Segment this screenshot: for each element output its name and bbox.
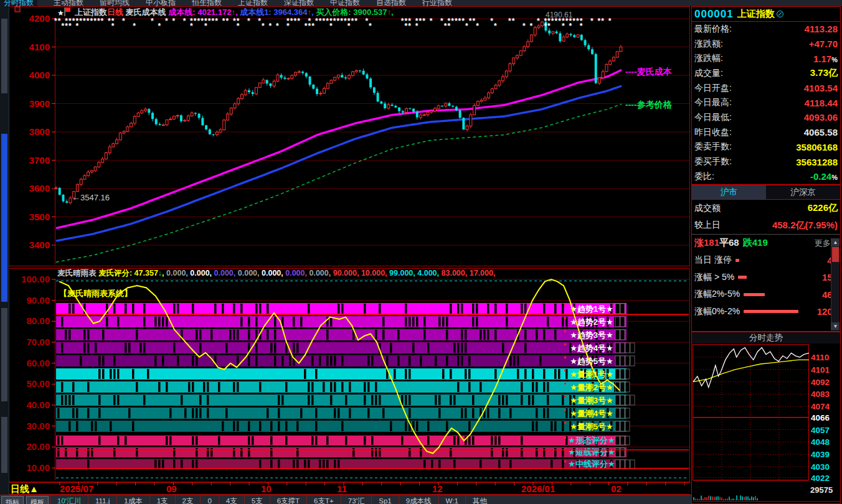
- quote-row: 涨跌幅: 1.17%: [692, 51, 840, 66]
- market-tab-1[interactable]: 沪深京: [766, 185, 840, 199]
- svg-text:*: *: [101, 17, 104, 26]
- svg-text:*: *: [286, 22, 290, 30]
- stock-code: 000001: [694, 8, 734, 21]
- top-tab-0[interactable]: 分时指数: [0, 0, 37, 6]
- svg-text:*: *: [61, 22, 64, 30]
- signal-band: [56, 394, 627, 406]
- svg-text:*: *: [326, 17, 329, 26]
- charts-canvas[interactable]: 420041004000390038003700360035003400****…: [0, 0, 691, 495]
- quote-row: 最新价格: 4113.28: [692, 22, 840, 37]
- bottom-item-1[interactable]: 111.j: [88, 495, 116, 504]
- svg-text:3800: 3800: [29, 126, 50, 137]
- svg-text:*: *: [83, 17, 86, 26]
- scroll-up-icon[interactable]: ▲: [831, 238, 840, 246]
- svg-text:3400: 3400: [29, 240, 50, 250]
- top-tab-8[interactable]: 自选指数: [376, 0, 406, 6]
- svg-text:*: *: [308, 22, 311, 30]
- left-tool-segment-active[interactable]: [1, 134, 7, 302]
- bottom-item-7[interactable]: 5支: [244, 495, 270, 504]
- top-tab-3[interactable]: 中小板指: [146, 0, 176, 6]
- bottom-item-4[interactable]: 2支: [175, 495, 201, 504]
- market-scrollbar[interactable]: ▲ ▼: [831, 238, 840, 330]
- svg-text:*: *: [333, 17, 336, 26]
- svg-text:*: *: [108, 17, 111, 26]
- left-tool-segment[interactable]: [1, 417, 7, 473]
- svg-text:*: *: [69, 22, 72, 30]
- bottom-item-13[interactable]: W:1: [438, 495, 465, 504]
- bottom-item-10[interactable]: 73'汇: [341, 495, 372, 504]
- svg-text:4101: 4101: [811, 365, 830, 375]
- top-tab-9[interactable]: 行业指数: [422, 0, 452, 6]
- quote-label: 最新价格:: [694, 24, 732, 35]
- svg-text:*: *: [290, 17, 293, 26]
- svg-text:4190.61: 4190.61: [546, 11, 573, 19]
- svg-text:★: ★: [57, 9, 64, 17]
- bottom-tab-1[interactable]: 模板: [26, 496, 49, 504]
- bottom-tab-0[interactable]: 指标: [1, 496, 24, 504]
- top-tab-5[interactable]: 上证指数: [238, 0, 268, 6]
- left-tool-segment[interactable]: [1, 308, 7, 401]
- svg-text:09: 09: [166, 483, 177, 494]
- left-vertical-toolbar[interactable]: [0, 6, 9, 495]
- svg-text:*: *: [323, 17, 326, 26]
- quote-label: 涨跌幅:: [694, 53, 723, 64]
- svg-text:【麦氏晴雨表系统】: 【麦氏晴雨表系统】: [59, 289, 132, 298]
- minute-volume-label: 29575: [810, 485, 833, 495]
- svg-text:*: *: [90, 17, 93, 26]
- scrollbar-thumb[interactable]: [832, 247, 839, 262]
- svg-text:★量潮2号★: ★量潮2号★: [570, 383, 613, 392]
- svg-text:*: *: [72, 17, 75, 26]
- minute-chart[interactable]: 4110410140924083407440664057404840394030…: [692, 343, 840, 503]
- left-tool-segment[interactable]: [1, 19, 7, 93]
- svg-text:*: *: [58, 17, 61, 26]
- bottom-item-8[interactable]: 6支撑T: [270, 495, 306, 504]
- svg-text:100.00: 100.00: [21, 274, 50, 284]
- info-icon[interactable]: [777, 11, 783, 17]
- quote-value: 4103.54: [804, 83, 838, 93]
- svg-text:*: *: [580, 22, 583, 30]
- top-tab-4[interactable]: 恒生指数: [192, 0, 222, 6]
- dist-row-1: 涨幅 > 5% 152: [692, 269, 840, 286]
- bottom-item-12[interactable]: 9成本线: [399, 495, 438, 504]
- svg-text:★趋势1号★: ★趋势1号★: [570, 304, 613, 314]
- svg-text:*: *: [208, 17, 211, 26]
- period-label[interactable]: 日线▲: [11, 483, 39, 495]
- bottom-item-2[interactable]: 1成本: [116, 495, 149, 504]
- bottom-item-9[interactable]: 6支T+: [306, 495, 341, 504]
- svg-text:*: *: [447, 22, 450, 30]
- svg-text:★趋势3号★: ★趋势3号★: [570, 330, 613, 340]
- svg-text:*: *: [197, 17, 201, 26]
- bottom-item-3[interactable]: 1支: [149, 495, 175, 504]
- bottom-item-0[interactable]: 10'汇川: [50, 495, 88, 504]
- svg-text:*: *: [572, 17, 575, 26]
- bottom-item-14[interactable]: 其他: [465, 495, 494, 504]
- svg-text:★形态评分★: ★形态评分★: [568, 436, 615, 445]
- quote-value: 35631288: [796, 157, 838, 167]
- quote-row: 今日开盘: 4103.54: [692, 81, 840, 96]
- quote-label: 今日开盘:: [694, 83, 732, 94]
- top-tab-2[interactable]: 留时均线: [100, 0, 130, 6]
- quote-value: 4113.28: [805, 24, 838, 34]
- top-tab-7[interactable]: 中证指数: [330, 0, 360, 6]
- top-tab-1[interactable]: 主动指数: [54, 0, 83, 6]
- bottom-item-6[interactable]: 4支: [219, 495, 244, 504]
- svg-text:3900: 3900: [29, 98, 50, 109]
- svg-text:*: *: [465, 22, 468, 30]
- svg-text:*: *: [276, 22, 279, 30]
- top-tab-6[interactable]: 深证指数: [284, 0, 314, 6]
- svg-text:★量潮3号★: ★量潮3号★: [570, 396, 613, 405]
- quote-value: 3.73亿: [810, 67, 838, 79]
- quote-value: 35806168: [796, 142, 838, 152]
- scroll-down-icon[interactable]: ▼: [831, 322, 840, 330]
- svg-text:4200: 4200: [29, 13, 50, 24]
- svg-text:*: *: [297, 17, 300, 26]
- svg-text:*: *: [226, 17, 229, 26]
- dist-bar: [744, 293, 765, 296]
- market-tab-0[interactable]: 沪市: [692, 185, 766, 199]
- bottom-item-11[interactable]: Sp1: [371, 495, 398, 504]
- svg-text:*: *: [294, 17, 297, 26]
- svg-text:*: *: [469, 17, 472, 26]
- bottom-item-5[interactable]: 0: [200, 495, 218, 504]
- quote-row: 今日最低: 4093.06: [692, 110, 840, 125]
- svg-text:*: *: [419, 17, 422, 26]
